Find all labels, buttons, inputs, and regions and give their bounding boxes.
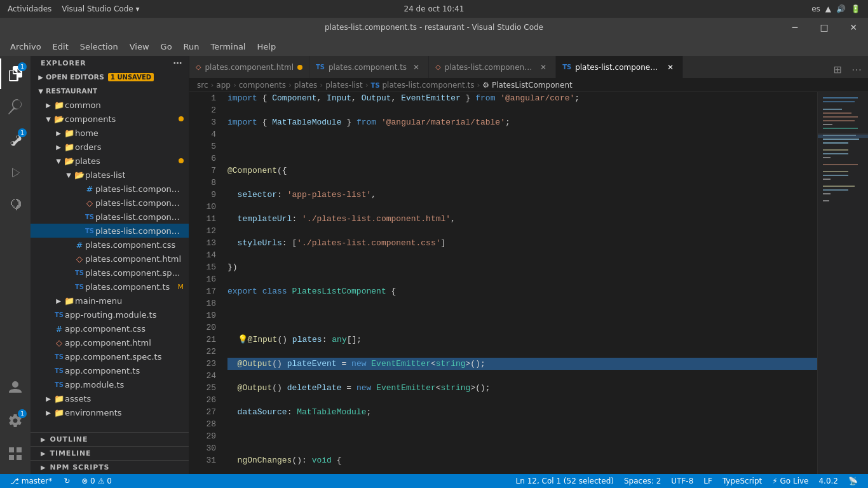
html-file-icon: ◇ xyxy=(74,254,85,264)
file-plates-list-html[interactable]: ◇ plates-list.component.html xyxy=(31,196,189,210)
activity-source-control[interactable]: 1 xyxy=(0,125,31,155)
file-app-css[interactable]: # app.component.css xyxy=(31,322,189,336)
file-app-ts[interactable]: TS app.component.ts xyxy=(31,363,189,377)
file-plates-spec[interactable]: TS plates.component.spec.ts xyxy=(31,266,189,280)
folder-home[interactable]: ▶ 📁 home xyxy=(31,126,189,140)
html-icon: ◇ xyxy=(435,63,440,71)
crumb-app[interactable]: app xyxy=(216,81,231,90)
spaces-indicator[interactable]: Spaces: 2 xyxy=(619,477,666,485)
menu-help[interactable]: Help xyxy=(252,39,281,54)
folder-main-menu[interactable]: ▶ 📁 main-menu xyxy=(31,294,189,308)
vscode-app-label[interactable]: Visual Studio Code ▾ xyxy=(62,4,139,13)
file-app-routing[interactable]: TS app-routing.module.ts xyxy=(31,308,189,322)
sync-button[interactable]: ↻ xyxy=(58,474,75,488)
more-tabs-button[interactable]: ⋯ xyxy=(848,60,865,78)
menu-archivo[interactable]: Archivo xyxy=(5,39,46,54)
folder-icon: 📂 xyxy=(64,156,75,166)
svg-rect-10 xyxy=(823,116,858,118)
modified-dot xyxy=(179,158,184,163)
tab-plates-list-html[interactable]: ◇ plates-list.component.html ✕ xyxy=(429,56,556,78)
menu-terminal[interactable]: Terminal xyxy=(206,39,251,54)
broadcast-button[interactable]: 📡 xyxy=(843,477,863,485)
split-editor-button[interactable]: ⊞ xyxy=(829,60,846,78)
open-editors-section[interactable]: ▶ OPEN EDITORS 1 UNSAVED xyxy=(31,70,189,84)
folder-icon: 📂 xyxy=(53,114,65,124)
code-editor[interactable]: 12345 678910 1112131415 1617181920 21222… xyxy=(189,92,868,474)
tab-close-button[interactable]: ✕ xyxy=(665,62,676,73)
activity-extensions[interactable] xyxy=(0,191,31,221)
file-plates-list-css[interactable]: # plates-list.component.css xyxy=(31,182,189,196)
activity-settings[interactable]: 1 xyxy=(0,405,31,436)
cursor-position[interactable]: Ln 12, Col 1 (52 selected) xyxy=(511,477,619,485)
activity-search[interactable] xyxy=(0,92,31,122)
extension-version[interactable]: 4.0.2 xyxy=(813,477,843,485)
code-content[interactable]: import { Component, Input, Output, Event… xyxy=(221,92,817,474)
tab-plates-html[interactable]: ◇ plates.component.html xyxy=(189,56,309,78)
file-app-module[interactable]: TS app.module.ts xyxy=(31,377,189,391)
line-ending-indicator[interactable]: LF xyxy=(698,477,717,485)
unsaved-badge: 1 UNSAVED xyxy=(108,73,154,81)
tab-plates-ts[interactable]: TS plates.component.ts ✕ xyxy=(309,56,429,78)
file-plates-html[interactable]: ◇ plates.component.html xyxy=(31,252,189,266)
menu-run[interactable]: Run xyxy=(179,39,205,54)
css-file-icon: # xyxy=(74,240,85,250)
folder-common[interactable]: ▶ 📁 common xyxy=(31,98,189,112)
npm-section[interactable]: ▶ NPM SCRIPTS xyxy=(31,460,189,474)
file-plates-list-ts[interactable]: TS plates-list.component.ts xyxy=(31,224,189,238)
svg-rect-23 xyxy=(823,179,831,180)
menu-view[interactable]: View xyxy=(125,39,154,54)
ts-icon: TS xyxy=(562,64,571,71)
svg-rect-25 xyxy=(823,189,848,191)
activity-account[interactable] xyxy=(0,372,31,403)
language-indicator[interactable]: TypeScript xyxy=(717,477,767,485)
folder-components[interactable]: ▼ 📂 components xyxy=(31,112,189,126)
explorer-header[interactable]: EXPLORER ⋯ xyxy=(31,56,189,70)
folder-assets[interactable]: ▶ 📁 assets xyxy=(31,391,189,405)
folder-plates-list[interactable]: ▼ 📂 plates-list xyxy=(31,168,189,182)
activity-run[interactable] xyxy=(0,158,31,188)
encoding-indicator[interactable]: UTF-8 xyxy=(666,477,698,485)
crumb-class[interactable]: ⚙ PlatesListComponent xyxy=(482,81,572,90)
folder-plates[interactable]: ▼ 📂 plates xyxy=(31,154,189,168)
svg-rect-16 xyxy=(823,142,848,144)
file-tree: ▶ 📁 common ▼ 📂 components ▶ 📁 home ▶ 📁 xyxy=(31,98,189,432)
folder-orders[interactable]: ▶ 📁 orders xyxy=(31,140,189,154)
ts-file-icon: TS xyxy=(53,381,65,388)
file-plates-list-spec[interactable]: TS plates-list.component.spec.ts xyxy=(31,210,189,224)
title-text: plates-list.component.ts - restaurant - … xyxy=(325,23,543,32)
outline-section[interactable]: ▶ OUTLINE xyxy=(31,432,189,446)
activity-grid[interactable] xyxy=(0,438,31,469)
maximize-button[interactable]: □ xyxy=(810,18,839,37)
tab-plates-list-ts[interactable]: TS plates-list.component.ts ✕ xyxy=(556,56,683,78)
file-plates-ts[interactable]: TS plates.component.ts M xyxy=(31,280,189,294)
menu-go[interactable]: Go xyxy=(156,39,177,54)
file-app-spec[interactable]: TS app.component.spec.ts xyxy=(31,349,189,363)
minimize-button[interactable]: ─ xyxy=(780,18,810,37)
svg-rect-11 xyxy=(823,120,855,121)
tab-close-button[interactable]: ✕ xyxy=(538,62,549,73)
crumb-src[interactable]: src xyxy=(197,81,208,90)
close-button[interactable]: ✕ xyxy=(839,18,868,37)
crumb-file[interactable]: TS plates-list.component.ts xyxy=(371,81,475,90)
errors-indicator[interactable]: ⊗ 0 ⚠ 0 xyxy=(76,474,117,488)
activities-label[interactable]: Actividades xyxy=(8,4,51,13)
activity-explorer[interactable]: 1 xyxy=(0,58,31,89)
git-branch[interactable]: ⎇ master* xyxy=(5,474,57,488)
timeline-section[interactable]: ▶ TIMELINE xyxy=(31,446,189,460)
file-plates-css[interactable]: # plates.component.css xyxy=(31,238,189,252)
position-text: Ln 12, Col 1 (52 selected) xyxy=(516,477,614,485)
folder-environments[interactable]: ▶ 📁 environments xyxy=(31,405,189,419)
crumb-plates[interactable]: plates xyxy=(294,81,318,90)
file-app-html[interactable]: ◇ app.component.html xyxy=(31,336,189,349)
tab-close-button[interactable]: ✕ xyxy=(410,62,422,73)
menu-selection[interactable]: Selection xyxy=(75,39,123,54)
activity-bar: 1 1 1 xyxy=(0,56,31,474)
crumb-components[interactable]: components xyxy=(239,81,286,90)
line-numbers: 12345 678910 1112131415 1617181920 21222… xyxy=(189,92,221,474)
restaurant-section[interactable]: ▼ RESTAURANT xyxy=(31,84,189,98)
menu-edit[interactable]: Edit xyxy=(48,39,74,54)
crumb-plates-list[interactable]: plates-list xyxy=(325,81,363,90)
new-file-button[interactable]: ⋯ xyxy=(172,57,184,69)
go-live-button[interactable]: ⚡ Go Live xyxy=(767,477,813,485)
folder-icon: 📁 xyxy=(64,142,75,152)
